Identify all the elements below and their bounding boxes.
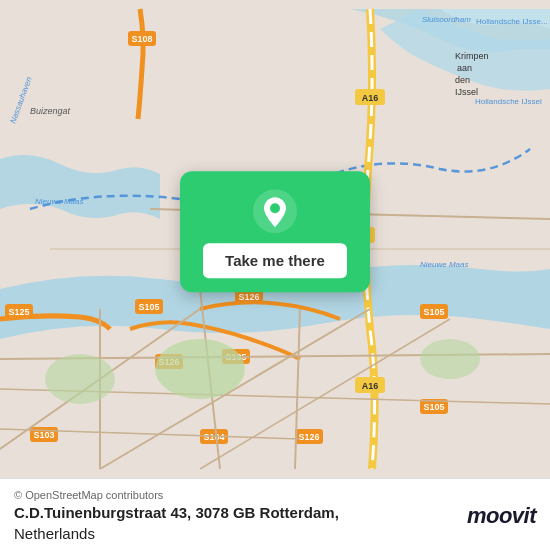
svg-text:Hollandsche IJsse...: Hollandsche IJsse... bbox=[476, 17, 548, 26]
svg-text:A16: A16 bbox=[362, 93, 379, 103]
svg-text:S105: S105 bbox=[138, 302, 159, 312]
svg-text:S108: S108 bbox=[131, 34, 152, 44]
svg-text:A16: A16 bbox=[362, 381, 379, 391]
map-footer: © OpenStreetMap contributors C.D.Tuinenb… bbox=[0, 478, 550, 550]
address-line2: Netherlands bbox=[14, 525, 339, 542]
svg-text:aan: aan bbox=[457, 63, 472, 73]
svg-point-40 bbox=[155, 339, 245, 399]
app-container: A16 A16 A16 S108 S125 S126 S126 S105 bbox=[0, 0, 550, 550]
location-pin-icon bbox=[253, 189, 297, 233]
map-area: A16 A16 A16 S108 S125 S126 S126 S105 bbox=[0, 0, 550, 478]
svg-text:IJssel: IJssel bbox=[455, 87, 478, 97]
footer-info: © OpenStreetMap contributors C.D.Tuinenb… bbox=[14, 489, 339, 542]
svg-text:S126: S126 bbox=[298, 432, 319, 442]
svg-text:S105: S105 bbox=[423, 307, 444, 317]
address-line1: C.D.Tuinenburgstraat 43, 3078 GB Rotterd… bbox=[14, 503, 339, 523]
svg-text:den: den bbox=[455, 75, 470, 85]
location-card: Take me there bbox=[180, 171, 370, 292]
svg-point-42 bbox=[420, 339, 480, 379]
svg-text:Hollandsche IJssel: Hollandsche IJssel bbox=[475, 97, 542, 106]
svg-point-56 bbox=[270, 203, 280, 213]
svg-text:S105: S105 bbox=[423, 402, 444, 412]
moovit-logo-text: moovit bbox=[467, 503, 536, 529]
moovit-logo: moovit bbox=[467, 503, 536, 529]
svg-point-41 bbox=[45, 354, 115, 404]
svg-text:Krimpen: Krimpen bbox=[455, 51, 489, 61]
svg-text:S125: S125 bbox=[8, 307, 29, 317]
svg-text:Nieuwe Maas: Nieuwe Maas bbox=[420, 260, 468, 269]
svg-text:S126: S126 bbox=[238, 292, 259, 302]
copyright-text: © OpenStreetMap contributors bbox=[14, 489, 339, 501]
svg-text:Sluisoordham: Sluisoordham bbox=[422, 15, 471, 24]
svg-text:S103: S103 bbox=[33, 430, 54, 440]
svg-text:Buizengat: Buizengat bbox=[30, 106, 71, 116]
take-me-there-button[interactable]: Take me there bbox=[203, 243, 347, 278]
svg-text:Nieuwe Maas: Nieuwe Maas bbox=[35, 197, 83, 206]
